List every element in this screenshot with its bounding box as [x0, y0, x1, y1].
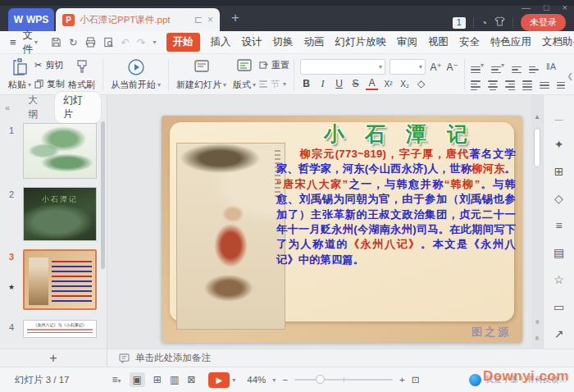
minimize-icon[interactable]: —: [522, 2, 531, 12]
distribute-icon[interactable]: [540, 75, 549, 89]
slides-stack-icon[interactable]: ⊞: [554, 165, 564, 178]
tab-doc-assistant[interactable]: 文档助手: [542, 35, 574, 49]
format-painter-button[interactable]: 格式刷: [65, 57, 98, 92]
login-button[interactable]: 未登录: [521, 14, 566, 31]
zoom-out-button[interactable]: −: [282, 375, 288, 385]
increase-indent-icon[interactable]: [529, 59, 539, 73]
zoom-level[interactable]: 44%: [247, 375, 266, 385]
reset-button[interactable]: 重置: [259, 59, 289, 71]
play-options-chevron[interactable]: ▾: [232, 376, 235, 384]
layout-button[interactable]: 版式▾: [230, 57, 259, 92]
notification-icon[interactable]: ◔: [481, 17, 487, 29]
next-slide-icon[interactable]: «: [533, 336, 541, 340]
align-right-icon[interactable]: [505, 74, 515, 91]
slide-1-thumbnail[interactable]: [23, 123, 97, 179]
align-left-icon[interactable]: [471, 74, 481, 91]
zoom-in-button[interactable]: +: [399, 375, 405, 385]
share-icon[interactable]: ↗: [554, 327, 564, 340]
save-icon[interactable]: [51, 37, 61, 48]
tab-slides[interactable]: 幻灯片: [54, 91, 102, 124]
chevron-down-icon[interactable]: ▾: [153, 39, 157, 46]
tab-slideshow[interactable]: 幻灯片放映: [335, 35, 387, 49]
shapes-icon[interactable]: ◇: [554, 192, 563, 205]
previous-slide-icon[interactable]: «: [533, 321, 541, 324]
section-button[interactable]: 节▾: [259, 78, 289, 90]
projector-icon[interactable]: ⊠: [187, 374, 195, 385]
tab-design[interactable]: 设计: [242, 35, 262, 49]
zoom-slider-thumb[interactable]: [316, 375, 325, 384]
new-slide-button[interactable]: 新建幻灯片▾: [173, 57, 230, 92]
slide-title[interactable]: 小 石 潭 记: [285, 121, 514, 148]
strikethrough-button[interactable]: S: [349, 78, 362, 89]
vertical-scrollbar[interactable]: ▲ « «: [531, 95, 543, 349]
theme-skin-icon[interactable]: [494, 16, 505, 29]
subscript-button[interactable]: X₂: [399, 80, 411, 89]
close-icon[interactable]: ×: [563, 2, 567, 12]
paste-button[interactable]: 粘贴▾: [5, 57, 34, 92]
zoom-slider[interactable]: [294, 379, 393, 381]
fit-to-window-icon[interactable]: ⊡: [412, 374, 420, 385]
tab-transition[interactable]: 切换: [273, 35, 294, 49]
align-justify-icon[interactable]: [522, 74, 532, 91]
collapse-panel-icon[interactable]: «: [5, 103, 10, 112]
slide-2-thumbnail[interactable]: 小石潭记: [23, 187, 97, 241]
close-tab-icon[interactable]: ×: [207, 14, 213, 25]
current-slide[interactable]: 小 石 潭 记 柳宗元(773~819)，字子厚，唐代著名文学家、哲学家，河东(…: [162, 116, 522, 343]
play-from-current-button[interactable]: 从当前开始▾: [107, 57, 164, 92]
tab-animation[interactable]: 动画: [304, 35, 325, 49]
tab-home[interactable]: 开始: [166, 33, 200, 52]
copy-button[interactable]: 复制: [34, 78, 65, 90]
file-menu[interactable]: 文件 ▾: [23, 29, 39, 57]
tab-insert[interactable]: 插入: [211, 35, 231, 49]
strip-collapse-icon[interactable]: —: [555, 115, 563, 124]
pin-tab-icon[interactable]: ⊏: [194, 14, 203, 25]
message-count-badge[interactable]: 1: [453, 17, 466, 29]
tab-view[interactable]: 视图: [428, 35, 449, 49]
reading-view-icon[interactable]: ▥: [170, 374, 179, 385]
tab-outline[interactable]: 大纲: [28, 93, 48, 121]
numbered-list-icon[interactable]: ▾: [491, 59, 504, 73]
favorites-icon[interactable]: ☆: [554, 273, 564, 286]
clear-format-icon[interactable]: ◇: [415, 78, 427, 89]
liu-zongyuan-portrait[interactable]: [176, 143, 285, 330]
bullet-list-icon[interactable]: ▾: [471, 59, 484, 73]
slide-sorter-icon[interactable]: ⊞: [153, 374, 162, 385]
tab-review[interactable]: 审阅: [397, 35, 417, 49]
line-spacing-icon[interactable]: [557, 75, 565, 89]
panel-toggle-arrow[interactable]: ❮: [567, 72, 573, 80]
sidebar-scrollbar[interactable]: [101, 121, 105, 269]
tab-security[interactable]: 安全: [459, 35, 480, 49]
notes-bar[interactable]: 单击此处添加备注: [107, 349, 574, 367]
font-family-select[interactable]: ▾: [300, 59, 385, 75]
history-icon[interactable]: ↻: [69, 36, 77, 48]
align-center-icon[interactable]: [488, 74, 498, 91]
slide-body-text[interactable]: 柳宗元(773~819)，字子厚，唐代著名文学家、哲学家，河东(今山西永济)人，…: [276, 147, 516, 267]
cut-button[interactable]: ✂剪切: [34, 59, 65, 71]
print-icon[interactable]: [85, 37, 96, 48]
superscript-button[interactable]: X²: [382, 80, 394, 89]
increase-font-button[interactable]: A⁺: [430, 62, 442, 73]
scroll-up-arrow[interactable]: ▲: [531, 113, 543, 121]
resource-box-icon[interactable]: ▭: [554, 300, 564, 313]
effects-icon[interactable]: ✦: [554, 138, 564, 151]
font-color-button[interactable]: A: [366, 77, 378, 90]
decrease-indent-icon[interactable]: [512, 59, 522, 73]
bold-button[interactable]: B: [300, 78, 312, 89]
hamburger-icon[interactable]: ≡: [10, 36, 16, 48]
italic-button[interactable]: I: [317, 78, 329, 90]
scrollbar-thumb[interactable]: [534, 128, 540, 167]
redo-icon[interactable]: ↷: [137, 36, 145, 48]
undo-icon[interactable]: ↶: [121, 36, 130, 48]
slide-3-thumbnail-selected[interactable]: [23, 249, 97, 310]
assistant-avatar-icon[interactable]: [469, 374, 481, 386]
object-properties-icon[interactable]: ≡: [555, 219, 562, 232]
decrease-font-button[interactable]: A⁻: [446, 62, 458, 73]
slideshow-play-button[interactable]: ▶: [208, 372, 230, 388]
tab-special-features[interactable]: 特色应用: [490, 35, 531, 49]
new-tab-button[interactable]: +: [231, 10, 239, 26]
normal-view-icon[interactable]: ▣: [130, 372, 145, 387]
text-direction-icon[interactable]: ‖A: [546, 62, 556, 71]
underline-button[interactable]: U: [333, 78, 345, 89]
print-preview-icon[interactable]: [103, 37, 114, 48]
slide-gallery-icon[interactable]: ▤: [554, 246, 564, 259]
